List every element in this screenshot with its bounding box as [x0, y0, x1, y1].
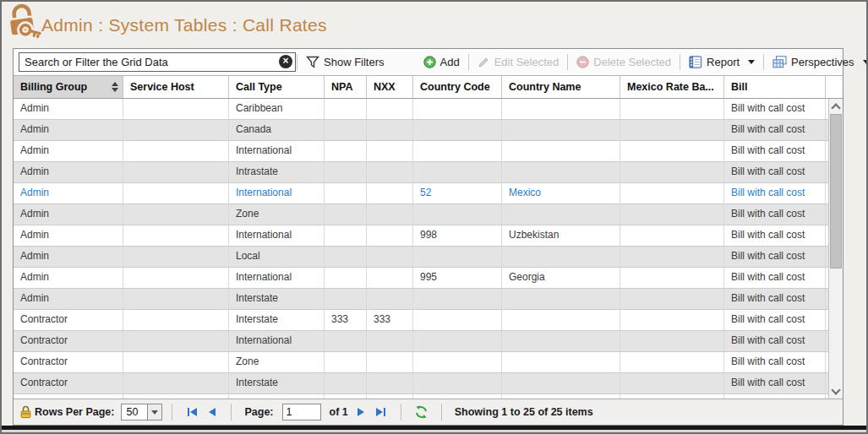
table-row[interactable]: ContractorZoneBill with call cost	[14, 352, 828, 373]
column-label: Call Type	[236, 81, 282, 93]
previous-page-button[interactable]	[209, 408, 216, 416]
cell-billing_group: Contractor	[14, 373, 123, 393]
cell-mexico_rate_band	[620, 247, 724, 267]
cell-mexico_rate_band	[620, 310, 724, 330]
table-row[interactable]: AdminIntrastateBill with call cost	[14, 162, 828, 183]
delete-selected-button[interactable]: Delete Selected	[576, 56, 671, 68]
cell-country_code	[413, 310, 502, 330]
cell-bill: Bill with call cost	[724, 289, 826, 309]
cell-mexico_rate_band	[620, 289, 724, 309]
cell-country_name: Uzbekistan	[502, 225, 620, 246]
table-row[interactable]: AdminLocalBill with call cost	[14, 247, 828, 268]
report-button[interactable]: Report	[689, 56, 755, 68]
footer-separator	[231, 404, 232, 420]
cell-npa	[325, 331, 367, 351]
cell-service_host	[123, 268, 229, 288]
table-row[interactable]: AdminCaribbeanBill with call cost	[14, 99, 828, 120]
cell-service_host	[123, 183, 229, 203]
cell-country_name	[502, 352, 620, 372]
column-header-service_host[interactable]: Service Host	[123, 76, 229, 98]
cell-call_type: Canada	[229, 120, 325, 140]
cell-mexico_rate_band	[620, 141, 724, 161]
column-header-nxx[interactable]: NXX	[367, 76, 413, 98]
next-page-button[interactable]	[358, 408, 364, 416]
cell-nxx	[367, 247, 413, 267]
cell-service_host	[123, 141, 229, 161]
cell-mexico_rate_band	[620, 99, 724, 119]
table-row[interactable]: AdminInternational52MexicoBill with call…	[14, 183, 828, 204]
perspectives-button[interactable]: Perspectives	[772, 56, 868, 68]
column-header-call_type[interactable]: Call Type	[229, 76, 325, 98]
scroll-up-button[interactable]	[829, 99, 843, 113]
toolbar-separator	[680, 54, 680, 70]
add-button[interactable]: Add	[423, 56, 460, 68]
search-input[interactable]	[19, 52, 296, 72]
refresh-button[interactable]	[414, 405, 429, 419]
edit-selected-button[interactable]: Edit Selected	[478, 56, 560, 68]
page-number-input[interactable]	[282, 404, 321, 420]
scrollbar-thumb[interactable]	[830, 114, 842, 269]
chevron-down-icon	[863, 60, 868, 64]
table-row[interactable]: AdminZoneBill with call cost	[14, 204, 828, 225]
vertical-scrollbar[interactable]	[828, 99, 843, 399]
first-page-button[interactable]	[188, 408, 197, 416]
column-header-country_name[interactable]: Country Name	[502, 76, 620, 98]
cell-bill: Bill with call cost	[724, 352, 826, 372]
cell-npa	[325, 120, 367, 140]
table-row[interactable]: ContractorInternationalBill with call co…	[14, 331, 828, 352]
sort-icon	[112, 82, 118, 92]
column-label: Billing Group	[20, 81, 87, 93]
call-rates-grid: × Show Filters Add	[13, 48, 843, 426]
column-header-bill[interactable]: Bill	[724, 76, 826, 98]
grid-body: AdminCaribbeanBill with call costAdminCa…	[14, 99, 843, 399]
cell-call_type: International	[229, 141, 325, 161]
cell-bill: Bill with call cost	[724, 373, 826, 393]
column-header-mexico_rate_band[interactable]: Mexico Rate Ba...	[620, 76, 724, 98]
table-row[interactable]: Misc. ExpIntrastateBill with call cost	[14, 394, 828, 399]
footer-separator	[441, 404, 442, 420]
cell-nxx	[367, 183, 413, 203]
cell-nxx	[367, 162, 413, 182]
table-row[interactable]: AdminInterstateBill with call cost	[14, 289, 828, 310]
table-row[interactable]: AdminInternational995GeorgiaBill with ca…	[14, 268, 828, 289]
show-filters-button[interactable]: Show Filters	[306, 56, 385, 68]
cell-country_code	[413, 162, 502, 182]
cell-bill: Bill with call cost	[724, 120, 826, 140]
table-row[interactable]: AdminInternational998UzbekistanBill with…	[14, 225, 828, 247]
column-header-npa[interactable]: NPA	[325, 76, 367, 98]
cell-bill: Bill with call cost	[724, 162, 826, 182]
cell-country_name	[502, 247, 620, 267]
clear-search-icon[interactable]: ×	[279, 55, 292, 68]
chevron-down-icon	[748, 60, 755, 64]
toolbar-separator	[567, 54, 568, 70]
column-label: Bill	[731, 81, 747, 93]
cell-billing_group: Admin	[14, 162, 123, 182]
lock-icon	[20, 405, 31, 419]
cell-npa	[325, 141, 367, 161]
column-header-country_code[interactable]: Country Code	[413, 76, 502, 98]
cell-country_name	[502, 310, 620, 330]
cell-bill: Bill with call cost	[724, 204, 826, 225]
cell-billing_group: Admin	[14, 204, 123, 225]
cell-call_type: Interstate	[229, 373, 325, 393]
cell-npa	[325, 394, 367, 399]
table-row[interactable]: ContractorInterstateBill with call cost	[14, 373, 828, 394]
cell-service_host	[123, 394, 229, 399]
cell-call_type: Zone	[229, 204, 325, 225]
column-header-billing_group[interactable]: Billing Group	[14, 76, 123, 98]
cell-billing_group: Admin	[14, 289, 123, 309]
page-label: Page:	[244, 406, 273, 418]
table-row[interactable]: ContractorInterstate333333Bill with call…	[14, 310, 828, 331]
scroll-down-button[interactable]	[829, 384, 843, 399]
cell-country_name	[502, 204, 620, 225]
last-page-button[interactable]	[376, 408, 385, 416]
cell-billing_group: Admin	[14, 268, 123, 288]
cell-country_name	[502, 289, 620, 309]
rows-per-page-select[interactable]: 50	[121, 404, 162, 420]
table-row[interactable]: AdminInternationalBill with call cost	[14, 141, 828, 162]
table-row[interactable]: AdminCanadaBill with call cost	[14, 120, 828, 141]
cell-npa	[325, 373, 367, 393]
footer-separator	[401, 404, 401, 420]
cell-nxx	[367, 141, 413, 161]
cell-country_name	[502, 331, 620, 351]
